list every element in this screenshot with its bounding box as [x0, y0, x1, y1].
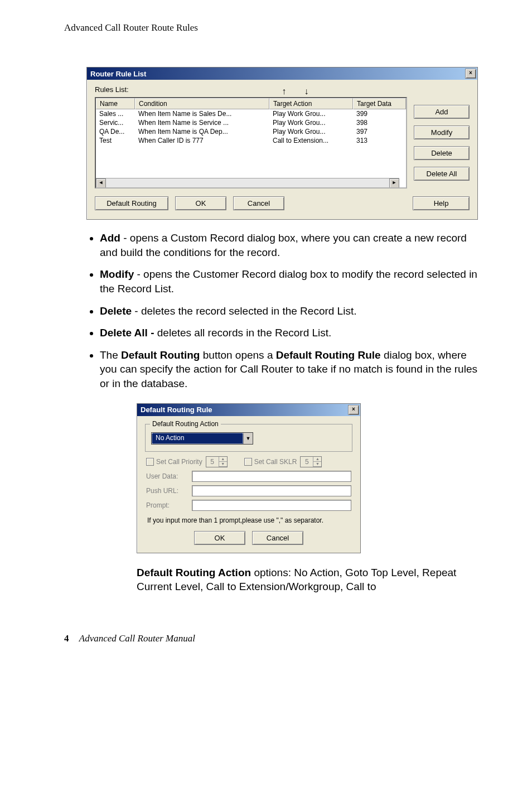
cell: 313: [353, 136, 406, 145]
list-item: The Default Routing button opens a Defau…: [100, 348, 482, 391]
default-routing-rule-dialog: Default Routing Rule × Default Routing A…: [137, 403, 361, 553]
list-item: Delete All - deletes all records in the …: [100, 326, 482, 340]
help-button[interactable]: Help: [413, 196, 470, 210]
cell: Servic...: [96, 118, 135, 127]
cell: Sales ...: [96, 109, 135, 118]
caption-bold: Default Routing Action: [137, 567, 251, 578]
scroll-right-icon[interactable]: ►: [389, 178, 399, 189]
modify-button[interactable]: Modify: [414, 125, 470, 139]
table-row[interactable]: QA De... When Item Name is QA Dep... Pla…: [96, 127, 406, 136]
priority-spinner[interactable]: 5 ▲▼: [206, 456, 228, 467]
prompt-input[interactable]: [192, 500, 351, 511]
spin-down-icon[interactable]: ▼: [219, 462, 227, 467]
close-icon[interactable]: ×: [465, 69, 476, 79]
col-header-target-data[interactable]: Target Data: [353, 98, 406, 109]
spin-up-icon[interactable]: ▲: [313, 457, 321, 462]
list-item: Delete - deletes the record selected in …: [100, 304, 482, 318]
bullet-text: - opens the Customer Record dialog box t…: [100, 268, 477, 294]
col-header-target-action[interactable]: Target Action: [269, 98, 353, 109]
caption-paragraph: Default Routing Action options: No Actio…: [137, 566, 471, 594]
bullet-label: Modify: [100, 268, 134, 280]
spinner-value: 5: [206, 457, 219, 467]
bullet-label: Default Routing: [121, 349, 200, 361]
table-row[interactable]: Servic... When Item Name is Service ... …: [96, 118, 406, 127]
ok-button[interactable]: OK: [194, 531, 245, 545]
col-header-name[interactable]: Name: [96, 98, 135, 109]
set-sklr-checkbox[interactable]: [244, 458, 252, 466]
cell: 397: [353, 127, 406, 136]
cell: When Caller ID is 777: [135, 136, 269, 145]
page-number: 4: [64, 633, 69, 644]
bullet-label: Delete All -: [100, 327, 154, 339]
cell: Play Work Grou...: [269, 118, 353, 127]
cell: Test: [96, 136, 135, 145]
push-url-input[interactable]: [192, 485, 351, 496]
cell: Play Work Grou...: [269, 109, 353, 118]
titlebar: Router Rule List ×: [87, 67, 477, 80]
chevron-down-icon[interactable]: ▼: [243, 433, 253, 444]
ok-button[interactable]: OK: [175, 196, 226, 210]
user-data-input[interactable]: [192, 471, 351, 482]
bullet-text: - opens a Custom Record dialog box, wher…: [100, 232, 467, 258]
add-button[interactable]: Add: [414, 105, 470, 119]
dialog-title: Default Routing Rule: [141, 405, 348, 414]
cancel-button[interactable]: Cancel: [252, 531, 303, 545]
prompt-label: Prompt:: [146, 501, 192, 509]
dialog-title: Router Rule List: [90, 70, 465, 78]
cell: 399: [353, 109, 406, 118]
push-url-label: Push URL:: [146, 487, 192, 495]
running-head: Advanced Call Router Route Rules: [64, 22, 482, 33]
group-title: Default Routing Action: [150, 420, 221, 428]
cancel-button[interactable]: Cancel: [233, 196, 284, 210]
routing-action-group: Default Routing Action No Action ▼: [145, 424, 352, 452]
prompt-hint: If you input more than 1 prompt,please u…: [147, 516, 350, 524]
cell: Play Work Grou...: [269, 127, 353, 136]
bullet-list: Add - opens a Custom Record dialog box, …: [64, 231, 482, 391]
col-header-condition[interactable]: Condition: [135, 98, 269, 109]
close-icon[interactable]: ×: [348, 405, 359, 415]
move-up-down-icons[interactable]: ↑ ↓: [282, 86, 316, 96]
manual-title: Advanced Call Router Manual: [79, 633, 195, 644]
sklr-spinner[interactable]: 5 ▲▼: [300, 456, 322, 467]
bullet-text: deletes all records in the Record List.: [154, 327, 332, 339]
cell: Call to Extension...: [269, 136, 353, 145]
bullet-text: The: [100, 349, 121, 361]
bullet-label: Delete: [100, 305, 132, 317]
router-rule-list-dialog: Router Rule List × Rules List: ↑ ↓: [86, 67, 478, 220]
list-item: Modify - opens the Customer Record dialo…: [100, 267, 482, 296]
table-row[interactable]: Test When Caller ID is 777 Call to Exten…: [96, 136, 406, 145]
page-footer: 4 Advanced Call Router Manual: [64, 633, 482, 644]
bullet-label: Add: [100, 232, 120, 244]
bullet-text: button opens a: [200, 349, 275, 361]
default-routing-button[interactable]: Default Routing: [95, 196, 168, 210]
user-data-label: User Data:: [146, 472, 192, 480]
cell: 398: [353, 118, 406, 127]
cell: When Item Name is QA Dep...: [135, 127, 269, 136]
set-priority-checkbox[interactable]: [146, 458, 154, 466]
bullet-label: Default Routing Rule: [276, 349, 381, 361]
spinner-value: 5: [301, 457, 313, 467]
cell: When Item Name is Service ...: [135, 118, 269, 127]
combo-selected: No Action: [152, 433, 243, 444]
list-item: Add - opens a Custom Record dialog box, …: [100, 231, 482, 259]
cell: When Item Name is Sales De...: [135, 109, 269, 118]
table-row[interactable]: Sales ... When Item Name is Sales De... …: [96, 109, 406, 118]
horizontal-scrollbar[interactable]: ◄ ►: [96, 178, 399, 187]
rules-list-label: Rules List:: [95, 85, 129, 94]
scroll-left-icon[interactable]: ◄: [96, 178, 106, 189]
bullet-text: - deletes the record selected in the Rec…: [132, 305, 356, 317]
titlebar: Default Routing Rule ×: [137, 404, 360, 416]
delete-button[interactable]: Delete: [414, 146, 470, 160]
routing-action-combo[interactable]: No Action ▼: [151, 432, 253, 445]
spin-down-icon[interactable]: ▼: [313, 462, 321, 467]
rules-listview[interactable]: Name Condition Target Action Target Data…: [95, 97, 407, 189]
delete-all-button[interactable]: Delete All: [414, 167, 470, 181]
spin-up-icon[interactable]: ▲: [219, 457, 227, 462]
set-priority-label: Set Call Priority: [156, 458, 202, 466]
cell: QA De...: [96, 127, 135, 136]
set-sklr-label: Set Call SKLR: [254, 458, 297, 466]
